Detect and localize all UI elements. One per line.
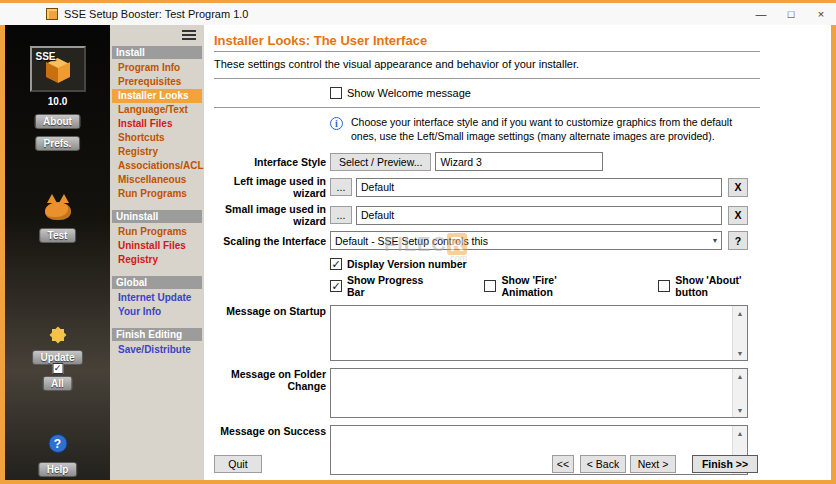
nav-item-uninstall-run-programs[interactable]: Run Programs [110,225,204,239]
nav-section-install: Install [112,46,202,59]
small-image-label: Small image used in wizard [214,203,326,227]
display-version-checkbox[interactable]: Display Version number [330,258,760,270]
all-button[interactable]: All [42,376,73,391]
window-title: SSE Setup Booster: Test Program 1.0 [64,8,248,20]
message-startup-row: Message on Startup ▲ ▼ [214,305,760,361]
page-title: Installer Looks: The User Interface [214,33,760,48]
nav-section-finish-editing: Finish Editing [112,328,202,341]
nav-item-installer-looks[interactable]: Installer Looks [112,89,202,103]
show-progress-bar-checkbox[interactable]: Show Progress Bar [330,274,427,298]
checkbox-label: Show 'About' button [675,274,760,298]
menu-icon[interactable] [182,30,196,44]
nav-section-global: Global [112,276,202,289]
nav-item-associations-acl[interactable]: Associations/ACL [110,159,204,173]
app-body: SSE 10.0 About Prefs. Test Update ✓ All … [0,25,836,484]
left-image-input[interactable] [356,178,722,197]
scaling-label: Scaling the Interface [214,235,326,247]
info-icon: i [330,117,343,130]
nav-item-install-files[interactable]: Install Files [110,117,204,131]
message-folder-change-row: Message on Folder Change ▲ ▼ [214,368,760,418]
next-button[interactable]: Next > [630,455,676,473]
sse-logo-label: SSE [36,51,56,62]
scroll-up-icon[interactable]: ▲ [733,369,747,383]
help-button[interactable]: Help [38,462,78,477]
nav-item-uninstall-files[interactable]: Uninstall Files [110,239,204,253]
small-image-browse-button[interactable]: ... [330,206,352,224]
small-image-input[interactable] [356,206,722,225]
checkbox-box[interactable] [330,87,342,99]
nav-top [110,28,204,44]
divider [214,107,760,108]
scroll-down-icon[interactable]: ▼ [733,403,747,417]
nav-item-registry[interactable]: Registry [110,145,204,159]
feature-checkbox-row: Show Progress Bar Show 'Fire' Animation … [330,274,760,298]
scroll-up-icon[interactable]: ▲ [733,306,747,320]
left-image-label: Left image used in wizard [214,175,326,199]
interface-style-input[interactable] [435,152,603,171]
prefs-button[interactable]: Prefs. [35,136,81,151]
message-startup-label: Message on Startup [214,305,326,317]
box-icon [45,58,71,86]
scroll-down-icon[interactable]: ▼ [733,346,747,360]
nav-item-miscellaneous[interactable]: Miscellaneous [110,173,204,187]
footer-buttons: Quit << < Back Next > Finish >> [214,455,760,473]
back-button[interactable]: < Back [580,455,626,473]
info-note: i Choose your interface style and if you… [330,116,760,143]
nav-item-save-distribute[interactable]: Save/Distribute [110,343,204,357]
scaling-help-button[interactable]: ? [728,231,748,250]
cat-mascot-icon [44,194,72,220]
scaling-value: Default - SSE Setup controls this [335,235,488,247]
nav-item-prerequisites[interactable]: Prerequisites [110,75,204,89]
window-controls: — □ × [746,3,836,25]
message-folder-change-label: Message on Folder Change [214,368,326,392]
message-folder-change-textarea[interactable]: ▲ ▼ [330,368,748,418]
checkbox-label: Display Version number [347,258,467,270]
quit-button[interactable]: Quit [214,455,262,473]
checkbox-label: Show Welcome message [347,87,471,99]
small-image-clear-button[interactable]: X [728,206,748,225]
scrollbar[interactable]: ▲ ▼ [732,369,747,417]
nav-item-your-info[interactable]: Your Info [110,305,204,319]
first-page-button[interactable]: << [552,455,574,473]
show-welcome-checkbox[interactable]: Show Welcome message [330,87,760,99]
checkbox-box[interactable] [330,258,342,270]
scrollbar[interactable]: ▲ ▼ [732,306,747,360]
left-image-browse-button[interactable]: ... [330,178,352,196]
show-fire-animation-checkbox[interactable]: Show 'Fire' Animation [484,274,592,298]
nav-item-run-programs[interactable]: Run Programs [110,187,204,201]
checkbox-box[interactable] [484,280,496,292]
scaling-dropdown[interactable]: Default - SSE Setup controls this ▾ [330,231,722,250]
scroll-up-icon[interactable]: ▲ [733,426,747,440]
nav-item-shortcuts[interactable]: Shortcuts [110,131,204,145]
divider [214,51,760,52]
show-about-button-checkbox[interactable]: Show 'About' button [658,274,760,298]
nav-item-program-info[interactable]: Program Info [110,61,204,75]
main-panel: Installer Looks: The User Interface Thes… [204,25,831,480]
left-image-clear-button[interactable]: X [728,178,748,197]
nav-menu: Install Program Info Prerequisites Insta… [110,25,204,480]
sidebar: SSE 10.0 About Prefs. Test Update ✓ All … [5,25,110,480]
finish-button[interactable]: Finish >> [692,455,758,473]
interface-style-label: Interface Style [214,156,326,168]
left-image-row: Left image used in wizard ... X [214,175,760,199]
checkbox-box[interactable] [658,280,670,292]
checkbox-label: Show 'Fire' Animation [501,274,592,298]
select-preview-button[interactable]: Select / Preview... [330,153,431,171]
close-button[interactable]: × [806,3,836,25]
maximize-button[interactable]: □ [776,3,806,25]
test-button[interactable]: Test [39,228,77,243]
nav-item-internet-update[interactable]: Internet Update [110,291,204,305]
divider [214,78,760,79]
sse-logo: SSE [30,46,86,92]
message-startup-textarea[interactable]: ▲ ▼ [330,305,748,361]
minimize-button[interactable]: — [746,3,776,25]
nav-section-uninstall: Uninstall [112,210,202,223]
checkbox-label: Show Progress Bar [347,274,427,298]
nav-item-language-text[interactable]: Language/Text [110,103,204,117]
chevron-down-icon: ▾ [713,236,717,245]
version-label: 10.0 [5,96,110,107]
about-button[interactable]: About [34,114,81,129]
nav-item-uninstall-registry[interactable]: Registry [110,253,204,267]
checkbox-box[interactable] [330,280,342,292]
interface-style-row: Interface Style Select / Preview... [214,152,760,171]
